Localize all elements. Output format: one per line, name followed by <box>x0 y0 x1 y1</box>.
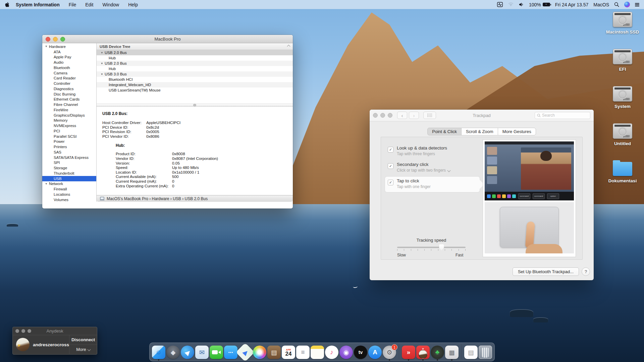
setup-bluetooth-trackpad-button[interactable]: Set Up Bluetooth Trackpad... <box>513 267 579 276</box>
zoom-button[interactable] <box>28 329 31 333</box>
dock-item-trash[interactable] <box>479 346 492 359</box>
dock-item-photos[interactable] <box>253 346 266 359</box>
sidebar-item-firewall[interactable]: Firewall <box>42 186 96 192</box>
close-button[interactable] <box>15 329 19 333</box>
minimize-button[interactable] <box>21 329 25 333</box>
dock-item-finder[interactable]: ☺ <box>152 346 165 359</box>
desktop-icon-system[interactable]: System <box>605 86 640 120</box>
checkbox[interactable]: ✓ <box>388 163 393 169</box>
battery-status[interactable]: 100% ⌁ <box>529 2 550 7</box>
device-tree-row[interactable]: ▼USB 3.0 Bus <box>97 71 293 77</box>
dock-item-notes[interactable] <box>311 346 324 359</box>
dock-item-facetime[interactable] <box>210 346 223 359</box>
dock-item-reminders[interactable]: ≡ <box>296 346 310 359</box>
search-field[interactable]: Search <box>535 112 590 119</box>
sidebar-item-spi[interactable]: SPI <box>42 160 96 166</box>
system-information-titlebar[interactable]: MacBook Pro <box>42 35 293 43</box>
minimize-button[interactable] <box>380 113 385 118</box>
minimize-button[interactable] <box>53 37 58 42</box>
sidebar-item-disc-burning[interactable]: Disc Burning <box>42 92 96 97</box>
sidebar-item-usb[interactable]: USB <box>42 176 96 181</box>
dock-item-system-preferences[interactable]: ⚙1 <box>383 346 396 359</box>
sidebar-item-sas[interactable]: SAS <box>42 149 96 155</box>
disconnect-button[interactable]: Disconnect <box>69 335 97 345</box>
spotlight-search-icon[interactable] <box>614 2 619 7</box>
device-tree-row[interactable]: Integrated_Webcam_HD <box>97 82 293 87</box>
sidebar-item-bluetooth[interactable]: Bluetooth <box>42 65 96 70</box>
anydesk-titlebar[interactable]: Anydesk <box>13 327 97 335</box>
dock-item-podcasts[interactable]: ◉ <box>339 346 353 359</box>
sidebar-item-nvmexpress[interactable]: NVMExpress <box>42 123 96 128</box>
sidebar-item-storage[interactable]: Storage <box>42 165 96 171</box>
dock-item-music[interactable]: ♪ <box>325 346 338 359</box>
desktop-icon-dokumentasi[interactable]: Dokumentasi <box>605 161 640 195</box>
tab-point-click[interactable]: Point & Click <box>427 128 462 135</box>
dock-item-app-store[interactable]: A <box>368 346 382 359</box>
sidebar-item-audio[interactable]: Audio <box>42 60 96 65</box>
sidebar-item-camera[interactable]: Camera <box>42 70 96 76</box>
sidebar-item-card-reader[interactable]: Card Reader <box>42 76 96 81</box>
sidebar-item-pci[interactable]: PCI <box>42 128 96 134</box>
volume-icon[interactable] <box>519 2 524 7</box>
sidebar-item-locations[interactable]: Locations <box>42 192 96 197</box>
option-secondary-click[interactable]: ✓Secondary clickClick or tap with two fi… <box>385 160 480 176</box>
disclosure-triangle-icon[interactable]: ▼ <box>101 62 104 65</box>
siri-icon[interactable] <box>624 2 630 7</box>
device-tree-row[interactable]: ▼USB 2.0 Bus <box>97 50 293 55</box>
tab-more-gestures[interactable]: More Gestures <box>498 128 536 135</box>
disclosure-triangle-icon[interactable]: ▼ <box>45 182 48 185</box>
option-look-up-data-detectors[interactable]: ✓Look up & data detectorsTap with three … <box>385 144 480 159</box>
dock-item-contacts[interactable]: ▤ <box>267 346 281 359</box>
notification-center-icon[interactable] <box>635 2 639 7</box>
dock-item-launchpad[interactable]: ◆ <box>166 346 180 359</box>
device-tree-row[interactable]: Hub <box>97 55 293 61</box>
active-app-name[interactable]: System Information <box>16 2 60 7</box>
pane-splitter[interactable] <box>97 104 293 107</box>
zoom-button[interactable] <box>388 113 392 118</box>
more-button[interactable]: More <box>69 345 97 354</box>
close-button[interactable] <box>373 113 378 118</box>
disclosure-triangle-icon[interactable]: ▼ <box>101 73 104 76</box>
sidebar-item-diagnostics[interactable]: Diagnostics <box>42 86 96 92</box>
desktop-icon-untitled[interactable]: Untitled <box>605 123 640 158</box>
sidebar-item-power[interactable]: Power <box>42 139 96 144</box>
fast-user-switch-label[interactable]: MacOS <box>593 2 609 7</box>
sidebar-item-printers[interactable]: Printers <box>42 144 96 149</box>
tab-scroll-zoom[interactable]: Scroll & Zoom <box>461 128 498 135</box>
menu-item-edit[interactable]: Edit <box>85 2 93 7</box>
zoom-button[interactable] <box>60 37 65 42</box>
apple-menu-icon[interactable] <box>5 2 10 7</box>
device-tree-row[interactable]: Bluetooth HCI <box>97 77 293 82</box>
tracking-speed-slider[interactable] <box>397 247 466 248</box>
help-button[interactable]: ? <box>582 267 590 276</box>
menu-bar-clock[interactable]: Fri 24 Apr 13.57 <box>555 2 589 7</box>
sidebar-section-hardware[interactable]: ▼Hardware <box>42 44 96 49</box>
dock-item-mail[interactable]: ✉ <box>195 346 209 359</box>
dock-item-safari[interactable]: ▶ <box>181 346 194 359</box>
trackpad-titlebar[interactable]: ‹ › Trackpad Search <box>370 110 594 121</box>
dock-item-apple-tv[interactable]: tv <box>354 346 367 359</box>
wifi-icon[interactable] <box>508 2 514 7</box>
dock-item-calendar[interactable]: APR24 <box>282 346 295 359</box>
dock-item-anydesk-session[interactable]: » <box>416 346 430 359</box>
device-tree-row[interactable]: USB LaserStream(TM) Mouse <box>97 87 293 93</box>
device-tree-row[interactable]: Hub <box>97 66 293 71</box>
dock-item-maps[interactable]: ▶ <box>238 346 252 359</box>
sidebar-item-graphics-displays[interactable]: Graphics/Displays <box>42 113 96 118</box>
close-button[interactable] <box>46 37 50 42</box>
sidebar-item-apple-pay[interactable]: Apple Pay <box>42 55 96 60</box>
show-all-preferences-button[interactable] <box>423 112 436 119</box>
desktop-icon-efi[interactable]: EFI <box>605 49 640 83</box>
device-tree-header[interactable]: USB Device Tree <box>97 43 293 50</box>
checkbox[interactable]: ✓ <box>388 147 393 153</box>
sidebar-item-thunderbolt[interactable]: Thunderbolt <box>42 171 96 176</box>
menu-item-window[interactable]: Window <box>102 2 119 7</box>
menu-item-file[interactable]: File <box>69 2 76 7</box>
forward-button[interactable]: › <box>409 112 419 119</box>
dock-item-document[interactable]: ▤ <box>464 346 478 359</box>
collapse-icon[interactable] <box>287 45 290 48</box>
sidebar-item-controller[interactable]: Controller <box>42 81 96 86</box>
sidebar-item-sata-sata-express[interactable]: SATA/SATA Express <box>42 155 96 160</box>
menu-item-help[interactable]: Help <box>128 2 138 7</box>
dock-item-anydesk[interactable]: » <box>402 346 415 359</box>
